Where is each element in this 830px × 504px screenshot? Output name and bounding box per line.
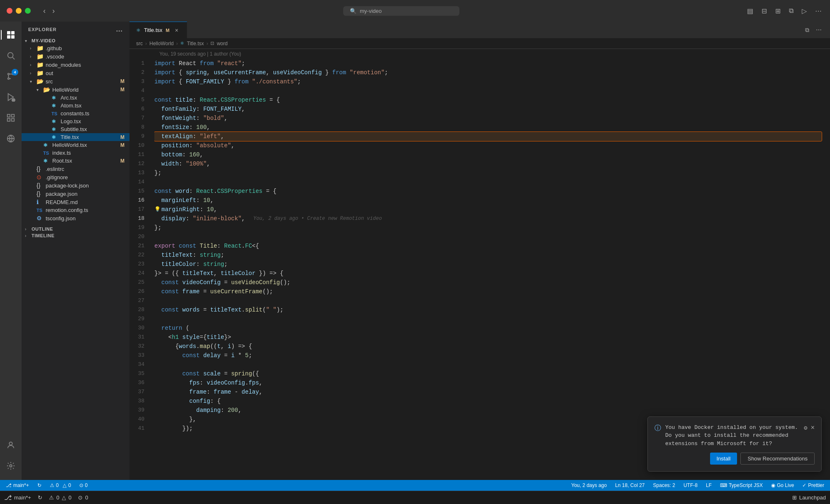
tree-item-constants[interactable]: TS constants.ts [22, 110, 129, 117]
activity-settings[interactable] [1, 456, 21, 476]
tree-item-helloworld-tsx[interactable]: ⚛ HelloWorld.tsx M [22, 141, 129, 149]
tree-item-helloworld[interactable]: ▾ 📂 HelloWorld M [22, 85, 129, 94]
tree-item-remotion-config[interactable]: TS remotion.config.ts [22, 206, 129, 214]
status-golive[interactable]: ◉ Go Live [769, 480, 796, 491]
activity-extensions[interactable] [1, 108, 21, 128]
taskbar-remote[interactable]: ⊙ 0 [78, 494, 88, 501]
code-editor[interactable]: 1 2 3 4 5 6 7 8 9 10 11 12 13 14 15 16 1… [129, 59, 830, 480]
tab-react-icon: ⚛ [136, 27, 141, 33]
more-actions[interactable]: ⋯ [814, 26, 823, 34]
close-button[interactable] [7, 8, 12, 14]
tree-item-logo[interactable]: ⚛ Logo.tsx [22, 117, 129, 125]
search-text: my-video [360, 8, 382, 14]
tree-item-title[interactable]: ⚛ Title.tsx M [22, 133, 129, 141]
sidebar-menu-icon[interactable]: ... [116, 26, 123, 33]
tree-item-gitignore[interactable]: ⊙ .gitignore [22, 173, 129, 181]
tree-project-root[interactable]: ▾ MY-VIDEO [22, 37, 129, 44]
tab-title-tsx[interactable]: ⚛ Title.tsx M × [129, 22, 187, 38]
ln-29: 29 [129, 314, 149, 324]
tree-label: package-lock.json [46, 183, 129, 189]
tree-item-out[interactable]: › 📁 out [22, 69, 129, 77]
folder-icon: 📂 [37, 78, 44, 85]
status-blame[interactable]: You, 2 days ago [570, 480, 609, 491]
status-position[interactable]: Ln 18, Col 27 [613, 480, 646, 491]
tree-item-index-ts[interactable]: TS index.ts [22, 149, 129, 157]
forward-button[interactable]: › [50, 6, 57, 16]
tree-item-readme[interactable]: ℹ README.md [22, 198, 129, 206]
launchpad-icon: ⊞ [792, 494, 797, 501]
status-branch[interactable]: ⎇ main*+ [4, 480, 31, 491]
breadcrumb-part-title[interactable]: Title.tsx [187, 41, 204, 46]
search-bar[interactable]: 🔍 my-video [343, 6, 459, 16]
ln-37: 37 [129, 387, 149, 397]
split-editor[interactable]: ⧉ [787, 6, 795, 15]
tree-item-github[interactable]: › 📁 .github [22, 44, 129, 52]
activity-source-control[interactable]: 4 [1, 66, 21, 86]
notification-header: ⓘ You have Docker installed on your syst… [654, 424, 815, 448]
taskbar-launchpad[interactable]: ⊞ Launchpad [792, 494, 826, 501]
breadcrumb-part-src[interactable]: src [136, 41, 143, 46]
tree-item-src[interactable]: ▾ 📂 src M [22, 77, 129, 85]
react-icon: ⚛ [51, 134, 59, 140]
status-remote[interactable]: ⊙ 0 [78, 480, 89, 491]
status-sync[interactable]: ↻ [36, 480, 43, 491]
activity-remote[interactable] [1, 129, 21, 149]
layout-options[interactable]: ⋯ [813, 6, 823, 16]
code-line-9: textAlign: "left", [154, 132, 822, 141]
activity-accounts[interactable] [1, 435, 21, 455]
traffic-lights [7, 8, 31, 14]
activity-run[interactable] [1, 87, 21, 107]
tree-item-package-json[interactable]: {} package.json [22, 190, 129, 198]
svg-rect-3 [11, 35, 15, 39]
activity-explorer[interactable] [1, 25, 21, 45]
tree-item-package-lock[interactable]: {} package-lock.json [22, 181, 129, 190]
outline-section[interactable]: › OUTLINE [22, 226, 129, 232]
activity-search[interactable] [1, 46, 21, 66]
show-recommendations-button[interactable]: Show Recommendations [740, 453, 815, 465]
ln-7: 7 [129, 114, 149, 123]
install-button[interactable]: Install [710, 453, 737, 465]
layout-toggle[interactable]: ⊟ [760, 6, 769, 16]
notification-settings-icon[interactable]: ⚙ [804, 424, 807, 433]
back-button[interactable]: ‹ [41, 6, 48, 16]
taskbar-branch[interactable]: ⎇ main*+ [4, 494, 31, 502]
run-debug[interactable]: ▷ [800, 6, 808, 16]
status-encoding[interactable]: UTF-8 [682, 480, 699, 491]
status-prettier[interactable]: ✓ Prettier [801, 480, 826, 491]
breadcrumb-part-helloworld[interactable]: HelloWorld [149, 41, 173, 46]
split-right[interactable]: ⧉ [803, 26, 811, 34]
maximize-button[interactable] [25, 8, 31, 14]
notification-close-icon[interactable]: × [810, 424, 815, 433]
breadcrumb-part-word[interactable]: word [217, 41, 227, 46]
taskbar-remote-count: 0 [85, 494, 88, 501]
tree-item-arc[interactable]: ⚛ Arc.tsx [22, 94, 129, 102]
tree-item-atom[interactable]: ⚛ Atom.tsx [22, 102, 129, 110]
outline-label: OUTLINE [32, 226, 53, 231]
tree-item-vscode[interactable]: › 📁 .vscode [22, 52, 129, 61]
timeline-section[interactable]: › TIMELINE [22, 232, 129, 239]
tree-item-node-modules[interactable]: › 📁 node_modules [22, 61, 129, 69]
ts-icon: TS [43, 151, 51, 156]
status-language[interactable]: ⌨ TypeScript JSX [718, 480, 764, 491]
svg-rect-15 [7, 119, 10, 121]
tree-item-tsconfig[interactable]: ⚙ tsconfig.json [22, 214, 129, 222]
tree-item-root-tsx[interactable]: ⚛ Root.tsx M [22, 157, 129, 165]
blame-line: You, 19 seconds ago | 1 author (You) [129, 49, 830, 59]
tree-label: README.md [46, 199, 129, 205]
minimize-button[interactable] [16, 8, 22, 14]
status-errors[interactable]: ⚠ 0 △ 0 [48, 480, 73, 491]
tree-label: Root.tsx [52, 158, 120, 164]
ln-24: 24 [129, 269, 149, 278]
code-line-4 [154, 86, 822, 95]
taskbar-warnings[interactable]: ⚠ 0 △ 0 [49, 494, 71, 501]
tree-item-subtitle[interactable]: ⚛ Subtitle.tsx [22, 125, 129, 133]
panel-toggle[interactable]: ⊞ [774, 6, 782, 16]
tree-label: node_modules [46, 62, 129, 68]
tab-close-button[interactable]: × [173, 27, 180, 34]
tree-item-eslintrc[interactable]: {} .eslintrc [22, 165, 129, 173]
taskbar-sync[interactable]: ↻ [38, 494, 42, 501]
sidebar-toggle[interactable]: ▤ [745, 6, 755, 16]
status-eol[interactable]: LF [704, 480, 713, 491]
code-line-36: fps: videoConfig.fps, [154, 378, 822, 387]
status-spaces[interactable]: Spaces: 2 [652, 480, 677, 491]
